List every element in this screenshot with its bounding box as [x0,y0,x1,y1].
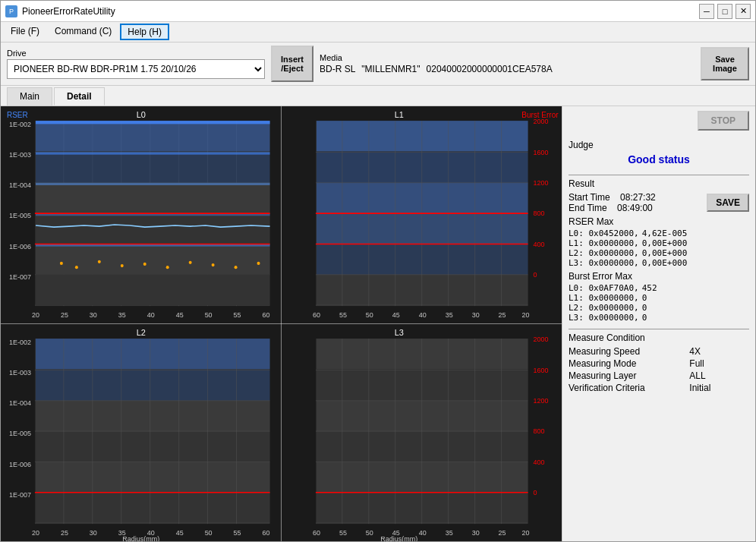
svg-text:1E-002: 1E-002 [9,338,31,345]
window-title: PioneerErrorRateUtility [22,6,115,17]
svg-rect-25 [36,183,270,185]
svg-text:60: 60 [312,311,320,319]
save-button[interactable]: SAVE [707,194,749,212]
svg-text:1600: 1600 [533,148,548,156]
judge-status: Good status [569,150,749,169]
measuring-layer-value: ALL [689,370,749,381]
svg-text:35: 35 [445,311,452,319]
chart-l3-svg: L3 [282,324,562,542]
svg-rect-63 [316,244,528,274]
svg-text:20: 20 [32,311,39,319]
verification-criteria-value: Initial [689,383,749,393]
svg-text:1E-005: 1E-005 [9,212,31,219]
measuring-mode-label: Measuring Mode [569,358,683,369]
svg-rect-98 [36,339,270,369]
svg-point-30 [60,262,63,265]
svg-point-39 [257,262,260,265]
svg-text:1E-004: 1E-004 [9,181,31,189]
tab-main[interactable]: Main [7,87,52,106]
svg-text:30: 30 [471,528,479,536]
measuring-speed-label: Measuring Speed [569,346,683,357]
condition-grid: Measuring Speed 4X Measuring Mode Full M… [569,346,749,393]
svg-text:40: 40 [418,528,426,536]
svg-text:60: 60 [263,528,270,536]
maximize-button[interactable]: □ [717,4,732,19]
svg-text:30: 30 [90,311,97,319]
drive-select[interactable]: PIONEER BD-RW BDR-PR1M 1.75 20/10/26 [7,59,265,79]
svg-text:25: 25 [498,528,506,536]
rser-row-l2: L2: 0x0000000, 0,00E+000 [569,248,749,258]
svg-text:1E-003: 1E-003 [9,151,31,159]
svg-text:1E-005: 1E-005 [9,430,31,437]
charts-top-row: L0 RSER [1,106,562,324]
app-icon: P [5,5,17,17]
insert-eject-button[interactable]: Insert/Eject [271,46,313,82]
menu-file[interactable]: File (F) [4,24,46,40]
menu-help[interactable]: Help (H) [120,24,169,40]
title-bar-left: P PioneerErrorRateUtility [5,5,115,17]
svg-rect-17 [36,121,270,151]
minimize-button[interactable]: ─ [699,4,714,19]
charts-bottom-row: L2 [1,324,562,542]
media-section: Media BD-R SL "MILLENMR1" 02040002000000… [320,53,695,74]
svg-text:1E-007: 1E-007 [9,490,31,498]
media-info: BD-R SL "MILLENMR1" 02040002000000001CEA… [320,64,695,74]
svg-point-33 [121,264,124,267]
svg-text:60: 60 [312,528,320,536]
svg-text:20: 20 [521,528,529,536]
svg-rect-103 [36,492,270,522]
rser-max-label: RSER Max [569,216,749,227]
chart-l0-svg: L0 RSER [1,106,282,324]
svg-text:2000: 2000 [533,336,548,343]
result-label: Result [569,178,749,189]
svg-text:1E-006: 1E-006 [9,460,31,468]
media-type: BD-R SL [320,64,355,74]
svg-text:1E-006: 1E-006 [9,243,31,251]
svg-text:25: 25 [61,311,68,319]
svg-rect-141 [316,462,528,492]
svg-text:20: 20 [521,311,529,319]
svg-point-31 [75,266,78,269]
svg-text:30: 30 [90,528,97,536]
svg-text:1E-002: 1E-002 [9,120,31,128]
svg-rect-61 [316,183,528,213]
svg-point-32 [98,260,101,263]
svg-text:45: 45 [176,311,184,319]
end-time-label: End Time [569,203,607,213]
svg-text:L1: L1 [394,110,403,119]
svg-text:1E-007: 1E-007 [9,273,31,281]
svg-text:400: 400 [533,240,544,247]
svg-rect-20 [36,213,270,244]
svg-text:55: 55 [339,311,346,319]
rser-row-l1: L1: 0x0000000, 0,00E+000 [569,238,749,248]
svg-text:50: 50 [205,311,213,319]
svg-text:0: 0 [533,271,537,279]
svg-text:35: 35 [445,528,452,536]
menu-command[interactable]: Command (C) [48,24,118,40]
svg-rect-62 [316,213,528,244]
save-image-button[interactable]: SaveImage [701,47,749,80]
tab-detail[interactable]: Detail [54,87,105,106]
svg-text:L0: L0 [137,110,146,119]
svg-text:20: 20 [32,528,39,536]
svg-text:L3: L3 [394,327,403,336]
stop-button[interactable]: STOP [698,111,749,131]
measuring-layer-label: Measuring Layer [569,370,683,381]
svg-text:0: 0 [533,488,537,496]
close-button[interactable]: ✕ [736,4,751,19]
svg-rect-100 [36,400,270,430]
judge-label: Judge [569,140,594,150]
svg-rect-21 [36,244,270,274]
title-bar: P PioneerErrorRateUtility ─ □ ✕ [1,1,755,22]
verification-criteria-label: Verification Criteria [569,383,683,393]
svg-text:800: 800 [533,210,544,217]
drive-label: Drive [7,49,265,58]
svg-text:1E-003: 1E-003 [9,368,31,376]
svg-point-36 [189,261,192,264]
start-time-label: Start Time [569,192,610,203]
burst-row-l0: L0: 0x0AF70A0, 452 [569,283,749,293]
media-id: 02040002000000001CEA578A [427,64,553,74]
svg-text:Radius(mm): Radius(mm) [380,535,417,541]
svg-text:25: 25 [61,528,68,536]
svg-text:55: 55 [339,528,346,536]
